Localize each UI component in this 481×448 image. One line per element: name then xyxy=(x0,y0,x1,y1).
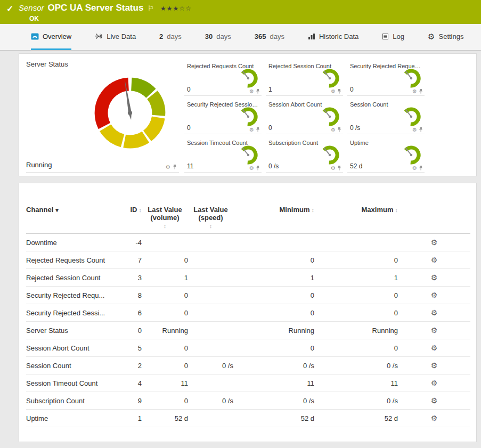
last-value-volume-cell: 52 d xyxy=(142,410,188,427)
channel-settings-gear-icon[interactable]: ⚙ xyxy=(431,238,438,247)
tab-settings[interactable]: ⚙ Settings xyxy=(428,24,463,50)
table-row: Server Status 0 Running Running Running … xyxy=(26,322,470,339)
gear-icon[interactable]: ⚙ xyxy=(166,165,170,170)
tab-settings-label: Settings xyxy=(439,32,464,40)
last-value-speed-cell xyxy=(188,304,233,322)
tab-365-days[interactable]: 365 days xyxy=(255,24,284,50)
channel-settings-gear-icon[interactable]: ⚙ xyxy=(431,308,438,317)
channel-cell: Server Status xyxy=(26,322,112,339)
last-value-speed-cell xyxy=(188,322,233,339)
pin-icon[interactable] xyxy=(255,127,260,133)
gear-icon[interactable]: ⚙ xyxy=(249,166,254,171)
mini-gauge-tile: Rejected Session Count 1 ⚙ xyxy=(266,62,343,96)
column-header-minimum[interactable]: Minimum↕ xyxy=(233,206,314,234)
channel-cell: Session Timeout Count xyxy=(26,374,112,392)
channel-settings-gear-icon[interactable]: ⚙ xyxy=(431,344,438,352)
mini-gauge-value: 11 xyxy=(187,162,193,170)
channel-settings-gear-icon[interactable]: ⚙ xyxy=(431,361,438,370)
minimum-cell: 0 xyxy=(233,304,314,322)
channel-cell: Session Count xyxy=(26,357,112,374)
table-row: Rejected Session Count 3 1 1 1 ⚙ xyxy=(26,269,470,287)
mini-gauge xyxy=(319,67,340,88)
mini-gauge-actions: ⚙ xyxy=(331,127,342,133)
column-header-last-value-volume[interactable]: Last Value (volume)↕ xyxy=(142,206,188,234)
channel-settings-gear-icon[interactable]: ⚙ xyxy=(431,414,438,422)
last-value-speed-cell xyxy=(188,410,233,427)
column-header-last-value-speed[interactable]: Last Value (speed)↕ xyxy=(188,206,233,234)
pin-icon[interactable] xyxy=(337,165,342,171)
tab-2-days[interactable]: 2 days xyxy=(159,24,182,50)
mini-gauge-value: 0 /s xyxy=(268,162,279,170)
gear-icon[interactable]: ⚙ xyxy=(412,89,417,94)
channel-settings-gear-icon[interactable]: ⚙ xyxy=(431,396,438,405)
overview-icon xyxy=(31,33,39,40)
gear-icon[interactable]: ⚙ xyxy=(331,89,336,94)
column-header-maximum[interactable]: Maximum↕ xyxy=(314,206,398,234)
priority-stars[interactable]: ★★★☆☆ xyxy=(160,5,192,12)
minimum-cell: 0 /s xyxy=(233,392,314,410)
last-value-volume-cell: 0 xyxy=(142,251,188,269)
tab-live-data[interactable]: Live Data xyxy=(95,24,136,50)
star-icon[interactable]: ☆ xyxy=(185,5,192,12)
channel-settings-gear-icon[interactable]: ⚙ xyxy=(431,379,438,387)
table-row: Security Rejected Requ... 8 0 0 0 ⚙ xyxy=(26,287,470,304)
table-row: Subscription Count 9 0 0 /s 0 /s 0 /s ⚙ xyxy=(26,392,470,410)
column-header-id[interactable]: ID↕ xyxy=(112,206,142,234)
sensor-title-row: Sensor OPC UA Server Status ⚐ ★★★☆☆ xyxy=(19,3,192,13)
server-status-gauge-tile: Server Status Running ⚙ xyxy=(26,60,179,173)
minimum-cell: 0 /s xyxy=(233,357,314,374)
gear-icon[interactable]: ⚙ xyxy=(249,89,254,94)
gear-icon[interactable]: ⚙ xyxy=(249,127,254,133)
pin-icon[interactable] xyxy=(337,88,342,94)
gear-icon[interactable]: ⚙ xyxy=(412,127,417,133)
tab-2-days-label: days xyxy=(167,32,181,40)
mini-gauge xyxy=(238,105,259,127)
last-value-volume-cell xyxy=(142,234,188,251)
mini-gauge xyxy=(238,67,259,88)
mini-gauge xyxy=(238,144,259,165)
sort-icon: ↕ xyxy=(142,223,188,229)
tab-historic-data[interactable]: Historic Data xyxy=(308,24,358,50)
channel-settings-gear-icon[interactable]: ⚙ xyxy=(431,273,438,282)
channel-settings-gear-icon[interactable]: ⚙ xyxy=(431,326,438,335)
tab-30-days[interactable]: 30 days xyxy=(205,24,231,50)
id-cell: 4 xyxy=(112,374,142,392)
channel-table-panel: Channel▾ ID↕ Last Value (volume)↕ Last V… xyxy=(19,183,477,442)
pin-icon[interactable] xyxy=(255,88,260,94)
historic-data-icon xyxy=(308,33,315,40)
mini-gauge-tile: Session Abort Count 0 ⚙ xyxy=(266,100,343,134)
mini-gauge-actions: ⚙ xyxy=(249,88,260,94)
star-icon[interactable]: ★ xyxy=(173,5,180,12)
column-header-channel[interactable]: Channel▾ xyxy=(26,206,112,234)
mini-gauge-tile: Rejected Requests Count 0 ⚙ xyxy=(184,62,262,96)
last-value-speed-cell xyxy=(188,374,233,392)
tab-log[interactable]: Log xyxy=(382,24,404,50)
mini-gauge-tile: Session Count 0 /s ⚙ xyxy=(347,100,425,134)
minimum-cell: 0 xyxy=(233,287,314,304)
id-cell: 5 xyxy=(112,339,142,357)
pin-icon[interactable] xyxy=(418,165,423,171)
gear-icon[interactable]: ⚙ xyxy=(331,127,336,133)
pin-icon[interactable] xyxy=(255,165,260,171)
mini-gauge-tile: Subscription Count 0 /s ⚙ xyxy=(266,139,343,173)
mini-gauge-value: 0 xyxy=(187,86,191,93)
channel-table: Channel▾ ID↕ Last Value (volume)↕ Last V… xyxy=(26,206,470,427)
pin-icon[interactable] xyxy=(337,127,342,133)
star-icon[interactable]: ★ xyxy=(160,5,167,12)
channel-settings-gear-icon[interactable]: ⚙ xyxy=(431,256,438,264)
star-icon[interactable]: ★ xyxy=(167,5,173,12)
gear-icon[interactable]: ⚙ xyxy=(331,166,336,171)
pin-icon[interactable] xyxy=(418,88,423,94)
gear-icon[interactable]: ⚙ xyxy=(412,166,417,171)
last-value-speed-cell: 0 /s xyxy=(188,357,233,374)
status-check-icon: ✓ xyxy=(6,4,13,14)
channel-settings-gear-icon[interactable]: ⚙ xyxy=(431,291,438,299)
priority-flag-icon[interactable]: ⚐ xyxy=(148,4,154,12)
maximum-cell: 0 /s xyxy=(314,392,398,410)
tab-30-days-label: days xyxy=(216,32,231,40)
star-icon[interactable]: ☆ xyxy=(179,5,185,12)
mini-gauge-tile: Uptime 52 d ⚙ xyxy=(347,139,425,173)
pin-icon[interactable] xyxy=(172,164,177,170)
tab-overview[interactable]: Overview xyxy=(31,24,71,50)
pin-icon[interactable] xyxy=(418,127,423,133)
